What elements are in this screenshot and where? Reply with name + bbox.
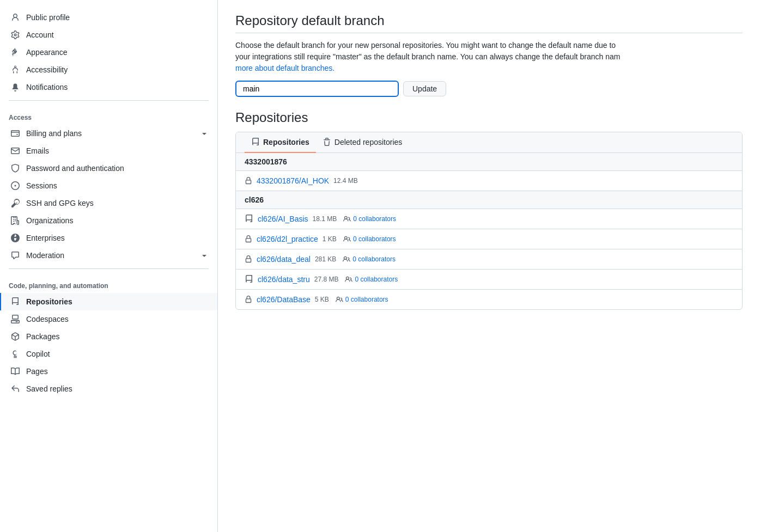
default-branches-link[interactable]: more about default branches.: [235, 64, 335, 72]
bell-icon: [10, 82, 21, 93]
repo-size: 5 KB: [315, 296, 329, 303]
collaborators-link[interactable]: 0 collaborators: [355, 276, 398, 283]
sidebar: Public profile Account Appearance Access…: [0, 0, 218, 532]
sidebar-item-password[interactable]: Password and authentication: [0, 160, 217, 177]
codespaces-icon: [10, 314, 21, 325]
repos-list: 43320018764332001876/AI_HOK12.4 MBcl626c…: [236, 153, 742, 309]
sidebar-label-notifications: Notifications: [26, 83, 209, 91]
sidebar-label-sessions: Sessions: [26, 181, 209, 190]
pages-icon: [10, 366, 21, 377]
repo-link[interactable]: cl626/data_stru: [258, 275, 310, 284]
sidebar-divider-2: [9, 268, 209, 269]
sidebar-item-enterprises[interactable]: Enterprises: [0, 229, 217, 247]
chevron-icon: [200, 129, 209, 138]
repos-tabs: Repositories Deleted repositories: [236, 132, 742, 153]
sidebar-item-pages[interactable]: Pages: [0, 363, 217, 380]
sidebar-item-organizations[interactable]: Organizations: [0, 212, 217, 229]
table-row: cl626/d2l_practice1 KB 0 collaborators: [236, 229, 742, 249]
sidebar-item-accessibility[interactable]: Accessibility: [0, 61, 217, 78]
sidebar-item-appearance[interactable]: Appearance: [0, 44, 217, 61]
people-icon: [336, 296, 343, 303]
globe-icon: [10, 233, 21, 243]
sidebar-item-notifications[interactable]: Notifications: [0, 78, 217, 96]
repo-size: 27.8 MB: [314, 276, 339, 283]
repo-link[interactable]: cl626/AI_Basis: [258, 215, 308, 223]
sidebar-item-sessions[interactable]: Sessions: [0, 177, 217, 194]
repositories-title: Repositories: [235, 110, 743, 125]
tab-repositories[interactable]: Repositories: [245, 132, 316, 153]
sidebar-label-ssh-gpg: SSH and GPG keys: [26, 199, 209, 207]
gear-icon: [10, 29, 21, 40]
chevron-icon: [200, 251, 209, 260]
branch-input-row: Update: [235, 81, 743, 97]
repo-icon: [245, 275, 253, 284]
reply-icon: [10, 383, 21, 394]
sidebar-item-ssh-gpg[interactable]: SSH and GPG keys: [0, 194, 217, 212]
credit-card-icon: [10, 128, 21, 139]
tab-deleted-repositories[interactable]: Deleted repositories: [316, 132, 409, 153]
sidebar-label-copilot: Copilot: [26, 350, 209, 358]
repo-icon: [245, 215, 253, 223]
collab-info: 0 collaborators: [343, 255, 396, 263]
collab-info: 0 collaborators: [343, 235, 396, 243]
lock-icon: [245, 255, 252, 263]
trash-tab-icon: [323, 138, 331, 146]
sidebar-item-billing[interactable]: Billing and plans: [0, 125, 217, 142]
sidebar-item-moderation[interactable]: Moderation: [0, 247, 217, 264]
sidebar-divider-1: [9, 100, 209, 101]
repositories-container: Repositories Deleted repositories 433200…: [235, 132, 743, 310]
accessibility-icon: [10, 64, 21, 75]
access-section-label: Access: [0, 105, 217, 125]
people-icon: [343, 215, 351, 223]
repo-link[interactable]: cl626/d2l_practice: [257, 235, 318, 243]
org-icon: [10, 215, 21, 226]
repo-link[interactable]: cl626/DataBase: [257, 295, 311, 304]
main-content: Repository default branch Choose the def…: [218, 0, 760, 532]
owner-group-cl626: cl626: [236, 191, 742, 209]
sidebar-label-billing: Billing and plans: [26, 129, 200, 138]
sidebar-item-packages[interactable]: Packages: [0, 328, 217, 345]
lock-icon: [245, 177, 252, 185]
table-row: cl626/DataBase5 KB 0 collaborators: [236, 290, 742, 309]
people-icon: [343, 255, 350, 263]
collaborators-link[interactable]: 0 collaborators: [353, 235, 396, 243]
sidebar-label-appearance: Appearance: [26, 48, 209, 57]
sidebar-item-account[interactable]: Account: [0, 26, 217, 44]
shield-icon: [10, 163, 21, 174]
branch-name-input[interactable]: [235, 81, 399, 97]
collab-info: 0 collaborators: [343, 215, 396, 223]
sidebar-label-emails: Emails: [26, 146, 209, 155]
copilot-icon: [10, 348, 21, 359]
repo-tab-icon: [251, 138, 260, 146]
table-row: cl626/data_deal281 KB 0 collaborators: [236, 249, 742, 270]
owner-group-4332001876: 4332001876: [236, 153, 742, 171]
sidebar-label-enterprises: Enterprises: [26, 234, 209, 242]
sidebar-label-public-profile: Public profile: [26, 13, 209, 22]
people-icon: [345, 276, 352, 283]
collab-info: 0 collaborators: [345, 276, 398, 283]
collaborators-link[interactable]: 0 collaborators: [345, 296, 388, 303]
radio-icon: [10, 180, 21, 191]
sidebar-item-copilot[interactable]: Copilot: [0, 345, 217, 363]
sidebar-item-emails[interactable]: Emails: [0, 142, 217, 160]
sidebar-item-saved-replies[interactable]: Saved replies: [0, 380, 217, 398]
collaborators-link[interactable]: 0 collaborators: [352, 255, 396, 263]
sidebar-item-codespaces[interactable]: Codespaces: [0, 310, 217, 328]
collaborators-link[interactable]: 0 collaborators: [353, 215, 396, 223]
update-button[interactable]: Update: [403, 81, 446, 96]
repo-link[interactable]: 4332001876/AI_HOK: [257, 176, 329, 185]
repo-link[interactable]: cl626/data_deal: [257, 255, 311, 264]
sidebar-item-repositories[interactable]: Repositories: [0, 293, 217, 310]
tab-deleted-label: Deleted repositories: [335, 138, 403, 146]
repo-size: 281 KB: [315, 255, 336, 263]
sidebar-label-saved-replies: Saved replies: [26, 384, 209, 393]
sidebar-label-packages: Packages: [26, 332, 209, 341]
package-icon: [10, 331, 21, 342]
sidebar-label-repositories: Repositories: [26, 297, 209, 306]
repo-size: 18.1 MB: [313, 215, 337, 223]
people-icon: [343, 235, 351, 243]
sidebar-label-organizations: Organizations: [26, 216, 209, 225]
collab-info: 0 collaborators: [336, 296, 388, 303]
table-row: cl626/data_stru27.8 MB 0 collaborators: [236, 270, 742, 290]
sidebar-item-public-profile[interactable]: Public profile: [0, 9, 217, 26]
